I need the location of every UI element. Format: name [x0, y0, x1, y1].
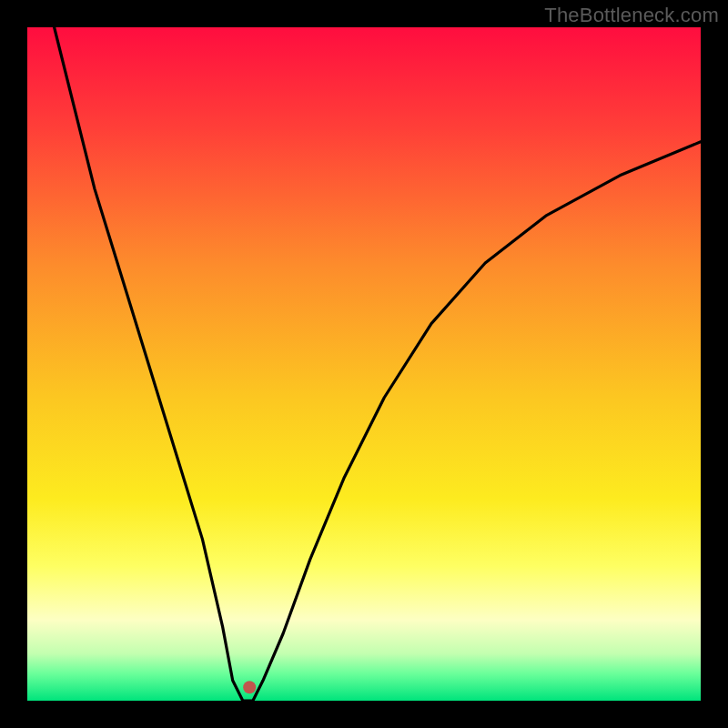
watermark-text: TheBottleneck.com	[544, 4, 719, 27]
bottleneck-chart	[0, 0, 728, 728]
plot-background	[27, 27, 701, 701]
chart-frame: TheBottleneck.com	[0, 0, 728, 728]
optimum-marker	[243, 681, 256, 693]
